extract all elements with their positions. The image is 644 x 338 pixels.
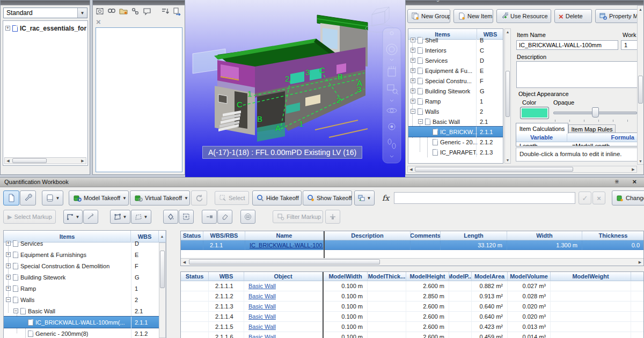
add-vertex-button[interactable]	[202, 210, 217, 224]
column-header[interactable]: ModelArea	[472, 272, 508, 281]
expand-plus-icon[interactable]: +	[6, 263, 11, 268]
object-link[interactable]: Basic Wall	[248, 313, 276, 320]
select-markup-button[interactable]: ▶ Select Markup	[3, 210, 56, 224]
expand-plus-icon[interactable]: +	[411, 38, 415, 42]
tree-row[interactable]: −Walls2	[408, 106, 503, 116]
filter-markup-button[interactable]: Filter Markup	[273, 210, 323, 223]
use-resource-button[interactable]: Use Resource▼	[496, 9, 551, 23]
comment-icon[interactable]	[143, 7, 151, 16]
pin-icon[interactable]: ⋇	[614, 178, 619, 185]
sort-icon[interactable]	[161, 7, 170, 16]
workbook-tree-vscrollbar[interactable]	[159, 243, 166, 338]
expand-plus-icon[interactable]: +	[6, 241, 11, 246]
collapse-minus-icon[interactable]: −	[13, 308, 18, 313]
quick-line-button[interactable]	[83, 210, 98, 224]
column-header[interactable]: ModelHeight	[406, 272, 449, 281]
catalog-tree-vscrollbar[interactable]: ▲ ▼	[504, 28, 511, 164]
tree-row[interactable]: −Basic Wall2.1	[408, 116, 503, 127]
tree-row[interactable]: IC_BRICKWALL-WALL-100mm(...2.1.1	[4, 317, 166, 328]
link-set-icon[interactable]	[131, 7, 140, 16]
tree-row[interactable]: Generic - 200mm(8)2.1.2	[4, 328, 166, 338]
chevron-down-icon[interactable]: ▼	[77, 8, 87, 18]
object-link[interactable]: Basic Wall	[248, 334, 276, 338]
tree-row[interactable]: +ShellB	[408, 35, 503, 45]
find-items-icon[interactable]	[107, 7, 116, 16]
formula-input[interactable]	[394, 192, 575, 204]
new-item-button[interactable]: New Item	[453, 9, 493, 23]
tree-row[interactable]: −Walls2	[4, 294, 166, 305]
column-header[interactable]: WBS	[209, 272, 244, 281]
column-header[interactable]: Length	[441, 231, 507, 240]
change-analysis-button[interactable]: Change Analysis	[612, 190, 644, 205]
update-takeoff-button[interactable]	[191, 190, 207, 205]
calc-row-variable[interactable]: Length	[519, 143, 538, 146]
color-swatch[interactable]	[520, 107, 549, 119]
column-header[interactable]: ModelThick...	[368, 272, 406, 281]
column-header[interactable]: Thickness	[582, 231, 644, 240]
takeoff-hscrollbar[interactable]: ◀ ▶	[181, 258, 643, 266]
polyline-markup-button[interactable]: ▼	[63, 210, 83, 224]
tree-row[interactable]: IC_BRICKW...2.1.1	[408, 127, 503, 137]
expand-plus-icon[interactable]: +	[411, 68, 415, 73]
item-name-input[interactable]: IC_BRICKWALL-WALL-100mm	[516, 40, 618, 50]
hide-takeoff-button[interactable]: Hide Takeoff	[252, 190, 302, 205]
column-header[interactable]: WBS/RBS	[203, 231, 245, 240]
object-link[interactable]: IC_BRICKWALL-WALL-100...	[250, 242, 324, 248]
formula-accept-button[interactable]: ✓	[579, 192, 591, 204]
tree-row[interactable]: +ServicesD	[408, 55, 503, 65]
quick-area-button[interactable]: ▼	[131, 210, 151, 224]
column-header[interactable]: Description	[325, 231, 411, 240]
description-input[interactable]	[516, 61, 640, 88]
viewport-3d[interactable]: 1CBA123CBA32 A(-17)-1(18) : FFL 0.00mPD …	[185, 0, 405, 177]
item-catalog-hscrollbar[interactable]: ◀ ▶	[407, 166, 637, 173]
column-header[interactable]: Comments	[411, 231, 441, 240]
show-takeoff-button[interactable]: Show Takeoff	[303, 190, 352, 205]
bucket-fill-button[interactable]	[163, 210, 178, 224]
virtual-takeoff-button[interactable]: Virtual Takeoff▼	[130, 190, 190, 205]
column-header[interactable]: Name	[245, 231, 324, 240]
opaque-slider[interactable]	[553, 107, 639, 117]
tree-row[interactable]: +Special Constru...F	[408, 76, 503, 86]
region-select-button[interactable]	[179, 210, 194, 224]
tree-row[interactable]: +Ramp1	[4, 283, 166, 294]
tree-row[interactable]: +Special Construction & DemolitionF	[4, 260, 166, 271]
column-header[interactable]	[631, 272, 644, 281]
import-export-icon[interactable]	[173, 7, 181, 16]
workbook-book-button[interactable]: ▼	[42, 190, 63, 205]
object-link[interactable]: Basic Wall	[248, 283, 276, 289]
tree-row[interactable]: +Equipment & Fu...E	[408, 65, 503, 76]
numbering-button[interactable]	[240, 210, 255, 224]
selection-tree-combobox[interactable]: Standard ▼	[3, 8, 87, 18]
item-catalog-vscrollbar[interactable]: ▲ ▼	[637, 5, 644, 165]
object-link[interactable]: Basic Wall	[248, 303, 276, 310]
tree-row[interactable]: IC_PARAPET...2.1.3	[408, 147, 503, 157]
tree-row[interactable]: Generic - 20...2.1.2	[408, 137, 503, 147]
expand-plus-icon[interactable]: +	[411, 99, 415, 104]
tree-row[interactable]: +Equipment & FurnishingsE	[4, 249, 166, 260]
markup-anchor-button[interactable]	[325, 210, 340, 224]
tree-row[interactable]: +Building SiteworkG	[408, 86, 503, 96]
expand-plus-icon[interactable]: +	[6, 275, 11, 280]
takeoff-display-button[interactable]: ▼	[354, 190, 375, 205]
column-header[interactable]: Width	[507, 231, 582, 240]
model-takeoff-button[interactable]: Model Takeoff▼	[69, 190, 129, 205]
sets-list[interactable]	[96, 27, 182, 172]
slider-thumb[interactable]	[592, 107, 599, 117]
collapse-minus-icon[interactable]: −	[411, 109, 415, 114]
delete-set-icon[interactable]: ×	[96, 17, 101, 26]
calc-row-formula[interactable]: =ModelLength	[572, 143, 610, 146]
expand-plus-icon[interactable]: +	[5, 26, 10, 31]
expand-plus-icon[interactable]: +	[411, 48, 415, 53]
erase-markup-button[interactable]	[217, 210, 232, 224]
new-group-button[interactable]: New Group	[407, 9, 450, 23]
column-header[interactable]: Object	[244, 272, 323, 281]
column-header[interactable]: ModelWidth	[324, 272, 368, 281]
column-header[interactable]: ModelVolume	[508, 272, 551, 281]
collapse-minus-icon[interactable]: −	[418, 119, 423, 124]
select-button[interactable]: Select	[215, 191, 249, 205]
formula-cancel-button[interactable]: ×	[592, 192, 605, 204]
area-markup-button[interactable]: ▼	[110, 210, 130, 224]
save-selection-icon[interactable]	[96, 7, 104, 16]
tree-row[interactable]: +InteriorsC	[408, 45, 503, 55]
tab-item-calculations[interactable]: Item Calculations	[516, 123, 568, 134]
